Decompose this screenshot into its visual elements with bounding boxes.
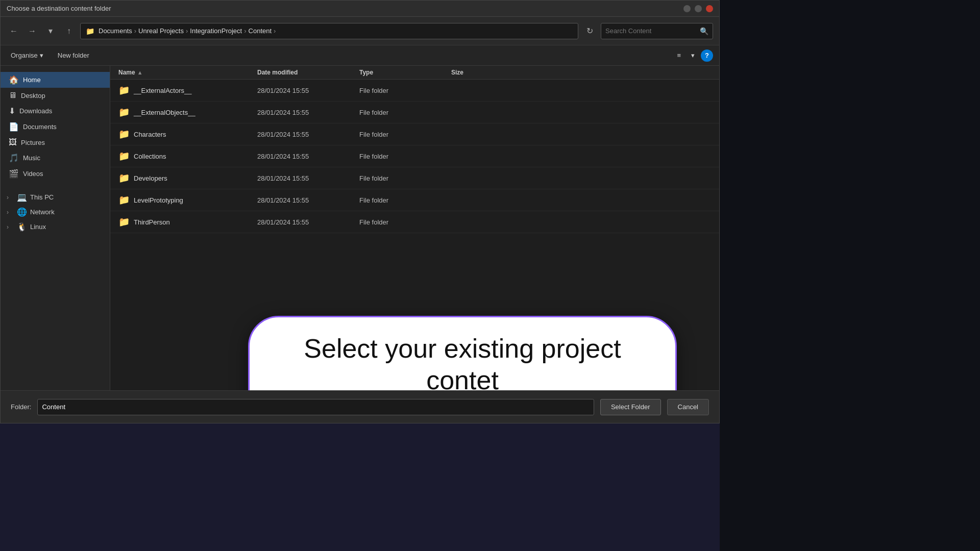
- close-btn[interactable]: [706, 5, 713, 12]
- file-type: File folder: [355, 126, 447, 143]
- table-row[interactable]: 📁 Collections 28/01/2024 15:55 File fold…: [110, 145, 719, 167]
- sidebar-videos-label: Videos: [23, 170, 90, 178]
- network-icon: 🌐: [17, 207, 27, 217]
- overlay-tooltip: Select your existing project contet fold…: [248, 316, 677, 390]
- file-name: Developers: [134, 174, 167, 182]
- table-row[interactable]: 📁 Characters 28/01/2024 15:55 File folde…: [110, 123, 719, 145]
- help-button[interactable]: ?: [701, 49, 713, 62]
- table-row[interactable]: 📁 Developers 28/01/2024 15:55 File folde…: [110, 167, 719, 189]
- this-pc-expand-icon: ›: [7, 194, 14, 201]
- downloads-icon: ⬇: [9, 106, 15, 116]
- file-name: Collections: [134, 153, 166, 160]
- sidebar-item-this-pc[interactable]: › 💻 This PC: [1, 190, 110, 205]
- sidebar-this-pc-label: This PC: [30, 193, 104, 201]
- sidebar-item-network[interactable]: › 🌐 Network: [1, 205, 110, 219]
- file-size: [447, 85, 508, 95]
- sidebar-desktop-label: Desktop: [21, 92, 90, 99]
- table-row[interactable]: 📁 LevelPrototyping 28/01/2024 15:55 File…: [110, 189, 719, 211]
- column-name[interactable]: Name ▲: [110, 69, 253, 76]
- documents-icon: 📄: [9, 122, 19, 132]
- column-type[interactable]: Type: [355, 69, 447, 76]
- sidebar-item-home[interactable]: 🏠 Home: [1, 72, 110, 88]
- folder-icon: 📁: [118, 151, 130, 162]
- file-date: 28/01/2024 15:55: [253, 213, 355, 231]
- file-type: File folder: [355, 82, 447, 99]
- folder-icon: 📁: [118, 107, 130, 118]
- folder-icon: 📁: [118, 216, 130, 228]
- sidebar-item-videos[interactable]: 🎬 Videos 📌: [1, 166, 110, 182]
- sidebar-pictures-label: Pictures: [21, 139, 90, 146]
- breadcrumb-bar[interactable]: 📁 Documents › Unreal Projects › Integrat…: [80, 23, 578, 39]
- breadcrumb-sep-4: ›: [274, 27, 276, 35]
- sidebar-item-documents[interactable]: 📄 Documents 📌: [1, 119, 110, 135]
- file-type: File folder: [355, 147, 447, 165]
- organise-dropdown-icon: ▾: [40, 52, 43, 59]
- maximize-btn[interactable]: [695, 5, 702, 12]
- file-size: [447, 173, 508, 183]
- folder-label: Folder:: [11, 403, 31, 411]
- sidebar-item-pictures[interactable]: 🖼 Pictures 📌: [1, 135, 110, 150]
- file-name: __ExternalActors__: [134, 87, 191, 94]
- sidebar-item-downloads[interactable]: ⬇ Downloads 📌: [1, 103, 110, 119]
- network-expand-icon: ›: [7, 209, 14, 216]
- sidebar-documents-label: Documents: [23, 123, 90, 131]
- cancel-button[interactable]: Cancel: [667, 399, 709, 415]
- folder-input[interactable]: [37, 399, 594, 415]
- file-list-header: Name ▲ Date modified Type Size: [110, 66, 719, 80]
- view-toggle-button[interactable]: ≡: [673, 49, 685, 61]
- file-date: 28/01/2024 15:55: [253, 104, 355, 121]
- forward-button[interactable]: →: [25, 24, 39, 38]
- folder-icon: 📁: [118, 172, 130, 184]
- back-button[interactable]: ←: [7, 24, 21, 38]
- title-bar-text: Choose a destination content folder: [7, 5, 111, 12]
- sidebar-music-label: Music: [23, 154, 90, 162]
- view-dropdown-button[interactable]: ▾: [687, 49, 699, 61]
- refresh-button[interactable]: ↻: [582, 24, 597, 38]
- minimize-btn[interactable]: [683, 5, 691, 12]
- overlay-text: Select your existing project contet fold…: [275, 333, 650, 390]
- file-type: File folder: [355, 104, 447, 121]
- folder-icon: 📁: [118, 129, 130, 140]
- sidebar: 🏠 Home 🖥 Desktop 📌 ⬇ Downloads 📌 📄 Docum…: [1, 66, 110, 390]
- new-folder-label: New folder: [58, 52, 89, 59]
- sidebar-home-label: Home: [23, 76, 102, 84]
- title-bar-controls: [683, 5, 713, 12]
- search-icon[interactable]: 🔍: [700, 27, 708, 35]
- sidebar-item-music[interactable]: 🎵 Music 📌: [1, 150, 110, 166]
- nav-bar: ← → ▾ ↑ 📁 Documents › Unreal Projects › …: [1, 17, 719, 45]
- breadcrumb-unreal-projects[interactable]: Unreal Projects: [138, 27, 184, 35]
- column-size[interactable]: Size: [447, 69, 508, 76]
- file-size: [447, 195, 508, 205]
- sidebar-item-linux[interactable]: › 🐧 Linux: [1, 219, 110, 234]
- select-folder-button[interactable]: Select Folder: [600, 399, 661, 415]
- breadcrumb-content[interactable]: Content: [249, 27, 272, 35]
- sidebar-item-desktop[interactable]: 🖥 Desktop 📌: [1, 88, 110, 103]
- table-row[interactable]: 📁 __ExternalActors__ 28/01/2024 15:55 Fi…: [110, 80, 719, 102]
- organise-button[interactable]: Organise ▾: [7, 49, 47, 61]
- table-row[interactable]: 📁 __ExternalObjects__ 28/01/2024 15:55 F…: [110, 102, 719, 123]
- this-pc-icon: 💻: [17, 192, 27, 202]
- linux-icon: 🐧: [17, 222, 27, 232]
- file-name: ThirdPerson: [134, 218, 170, 226]
- breadcrumb-integration-project[interactable]: IntegrationProject: [190, 27, 242, 35]
- table-row[interactable]: 📁 ThirdPerson 28/01/2024 15:55 File fold…: [110, 211, 719, 233]
- sort-asc-icon: ▲: [137, 69, 143, 76]
- new-folder-button[interactable]: New folder: [54, 49, 93, 61]
- file-size: [447, 217, 508, 227]
- dialog-window: Choose a destination content folder ← → …: [0, 0, 720, 423]
- file-date: 28/01/2024 15:55: [253, 126, 355, 143]
- overlay-line1: Select your existing project contet: [304, 334, 621, 390]
- folder-icon: 📁: [118, 85, 130, 96]
- up-button[interactable]: ↑: [62, 24, 76, 38]
- search-box: 🔍: [601, 23, 713, 39]
- file-type: File folder: [355, 169, 447, 187]
- home-icon: 🏠: [9, 75, 19, 85]
- dropdown-button[interactable]: ▾: [43, 24, 58, 38]
- file-date: 28/01/2024 15:55: [253, 82, 355, 99]
- breadcrumb-documents[interactable]: Documents: [99, 27, 132, 35]
- view-toggle: ≡ ▾ ?: [673, 49, 713, 62]
- column-date-modified[interactable]: Date modified: [253, 69, 355, 76]
- file-size: [447, 151, 508, 161]
- search-input[interactable]: [605, 27, 697, 35]
- linux-expand-icon: ›: [7, 223, 14, 231]
